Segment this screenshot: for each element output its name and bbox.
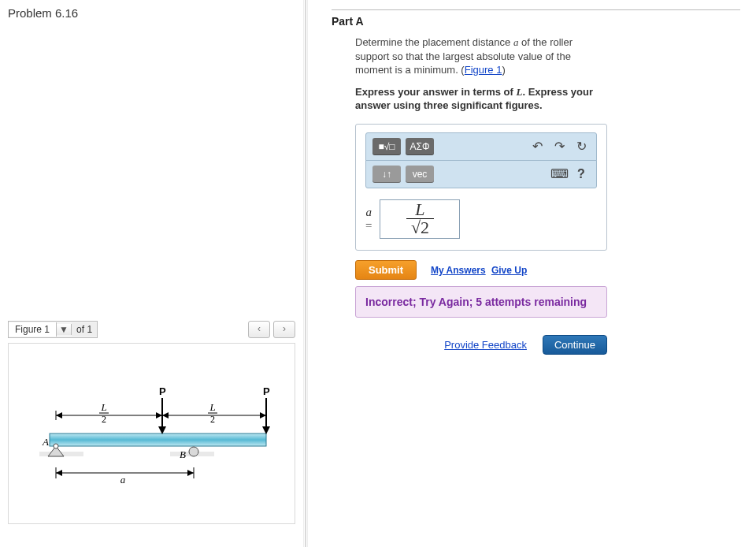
feedback-message: Incorrect; Try Again; 5 attempts remaini… (355, 286, 607, 318)
svg-point-5 (189, 447, 198, 456)
submit-button[interactable]: Submit (355, 260, 417, 280)
answer-numerator: L (406, 201, 434, 219)
top-rule (332, 9, 740, 10)
help-button[interactable]: ? (573, 166, 590, 183)
provide-feedback-link[interactable]: Provide Feedback (444, 339, 527, 351)
svg-marker-17 (260, 412, 266, 419)
give-up-link[interactable]: Give Up (491, 265, 527, 276)
instruction-pre: Express your answer in terms of (355, 86, 516, 98)
svg-marker-16 (162, 412, 169, 419)
svg-point-4 (54, 444, 58, 448)
answer-variable: a = (365, 206, 372, 232)
toolbar-row-1: ■√□ ΑΣΦ ↶ ↷ ↻ (365, 132, 597, 161)
templates-button[interactable]: ■√□ (372, 138, 401, 155)
continue-button[interactable]: Continue (543, 335, 607, 355)
submit-row: Submit My Answers Give Up (355, 260, 740, 280)
figure-link[interactable]: Figure 1 (465, 64, 502, 76)
part-title: Part A (332, 15, 740, 28)
question-pre: Determine the placement distance (355, 36, 513, 48)
figure-label-Lhalf1: L (100, 401, 106, 413)
svg-marker-14 (56, 412, 62, 419)
toolbar-row-2: ↓↑ vec ⌨ ? (365, 160, 597, 188)
figure-toolbar: Figure 1 ▼ of 1 ‹ › (8, 319, 295, 340)
figure-label: Figure (15, 324, 42, 335)
chevron-down-icon[interactable]: ▼ (57, 324, 72, 335)
question-text: Determine the placement distance a of th… (355, 35, 607, 77)
figure-label-two2: 2 (210, 414, 215, 425)
figure-label-P1: P (159, 385, 166, 397)
my-answers-link[interactable]: My Answers (431, 265, 486, 276)
svg-rect-0 (50, 434, 266, 446)
answer-line: a = L √2 (365, 199, 597, 239)
figure-total: of 1 (72, 322, 97, 337)
answer-denominator: √2 (406, 219, 434, 236)
redo-icon[interactable]: ↷ (550, 138, 568, 155)
figure-next-button[interactable]: › (273, 321, 295, 338)
svg-marker-23 (56, 470, 62, 476)
answer-input[interactable]: L √2 (380, 199, 460, 239)
undo-icon[interactable]: ↶ (528, 138, 546, 155)
figure-panel: A B P P L (8, 343, 295, 524)
greek-button[interactable]: ΑΣΦ (406, 138, 434, 155)
figure-label-two1: 2 (102, 414, 106, 425)
problem-title: Problem 6.16 (8, 6, 295, 20)
bottom-row: Provide Feedback Continue (355, 335, 607, 355)
figure-label-A: A (42, 436, 49, 448)
answer-var: a (365, 206, 372, 218)
svg-marker-15 (156, 412, 162, 419)
svg-marker-24 (187, 470, 194, 476)
figure-label-P2: P (263, 385, 270, 397)
answer-panel: ■√□ ΑΣΦ ↶ ↷ ↻ ↓↑ vec ⌨ ? a = (355, 124, 607, 251)
instruction-text: Express your answer in terms of L. Expre… (355, 85, 623, 113)
question-post: ) (502, 64, 505, 76)
figure-label-Lhalf2: L (209, 401, 215, 413)
figure-current: 1 (44, 324, 50, 335)
subsup-button[interactable]: ↓↑ (372, 166, 401, 183)
figure-selector[interactable]: Figure 1 ▼ of 1 (8, 321, 98, 338)
figure-prev-button[interactable]: ‹ (248, 321, 270, 338)
reset-icon[interactable]: ↻ (573, 138, 590, 155)
figure-label-a: a (120, 474, 125, 486)
answer-eq: = (365, 219, 372, 232)
keyboard-icon[interactable]: ⌨ (550, 166, 568, 183)
vec-button[interactable]: vec (406, 166, 434, 183)
figure-label-B: B (180, 448, 186, 460)
figure-svg: A B P P L (22, 367, 282, 500)
